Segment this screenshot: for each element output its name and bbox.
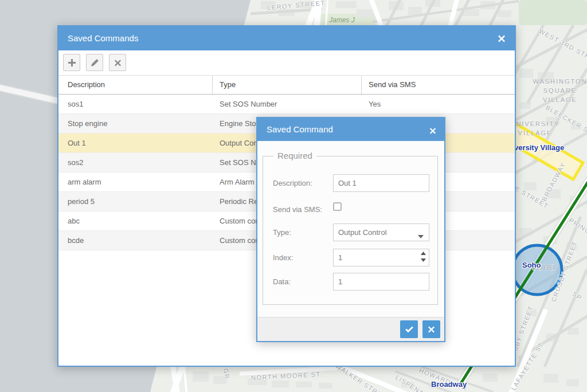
type-select-value: Output Control [338, 228, 387, 237]
column-divider [212, 76, 213, 94]
cell-description: sos2 [68, 158, 83, 167]
cell-description: abc [68, 217, 80, 225]
chevron-down-icon [418, 232, 424, 240]
description-field[interactable] [333, 174, 429, 192]
dialog-title: Saved Command [257, 118, 444, 141]
delete-command-button[interactable] [109, 54, 126, 71]
add-command-button[interactable] [63, 54, 80, 71]
cancel-button[interactable] [422, 320, 440, 338]
edit-command-button[interactable] [86, 54, 103, 71]
cell-description: Out 1 [68, 139, 86, 147]
cell-type: Arm Alarm [220, 178, 255, 186]
stepper-up-icon[interactable] [419, 252, 427, 257]
dialog-header: Saved Command [257, 118, 444, 141]
index-label: Index: [273, 253, 293, 262]
dialog-title: Saved Commands [58, 26, 515, 50]
column-header-sms[interactable]: Send via SMS [369, 80, 416, 89]
plus-icon [68, 58, 76, 67]
toolbar [58, 50, 515, 76]
cross-icon [114, 59, 122, 66]
close-icon[interactable] [498, 34, 506, 42]
cell-sms: Yes [369, 100, 381, 108]
send-via-sms-checkbox[interactable] [333, 202, 342, 211]
dialog-footer [257, 317, 444, 341]
cell-description: arm alarm [68, 178, 101, 186]
data-field[interactable] [333, 273, 429, 291]
type-label: Type: [273, 228, 291, 237]
send-via-sms-label: Send via SMS: [273, 205, 322, 214]
cell-type: Engine Stop [220, 119, 260, 128]
check-icon [405, 325, 414, 334]
fieldset-legend: Required [273, 151, 316, 160]
table-header: Description Type Send via SMS [58, 76, 515, 95]
confirm-button[interactable] [400, 320, 418, 338]
index-stepper[interactable] [333, 249, 429, 266]
cross-icon [428, 326, 435, 333]
saved-command-dialog: Saved Command Required Description: Send… [256, 117, 445, 342]
required-fieldset: Required Description: Send via SMS: Type… [263, 156, 438, 305]
description-label: Description: [273, 179, 312, 187]
stepper-down-icon[interactable] [419, 258, 427, 264]
column-divider [361, 76, 362, 94]
cell-description: period 5 [68, 197, 95, 206]
column-header-type[interactable]: Type [220, 80, 236, 89]
table-row[interactable]: sos1 Set SOS Number Yes [58, 95, 515, 114]
cell-description: sos1 [68, 100, 83, 108]
type-select[interactable]: Output Control [333, 224, 429, 241]
dialog-header: Saved Commands [58, 26, 515, 50]
cell-type: Set SOS Number [220, 100, 277, 108]
pencil-icon [91, 58, 99, 67]
cell-description: bcde [68, 236, 84, 245]
cell-description: Stop engine [68, 119, 107, 128]
column-header-description[interactable]: Description [68, 80, 105, 89]
data-label: Data: [273, 277, 291, 286]
close-icon[interactable] [429, 126, 436, 133]
